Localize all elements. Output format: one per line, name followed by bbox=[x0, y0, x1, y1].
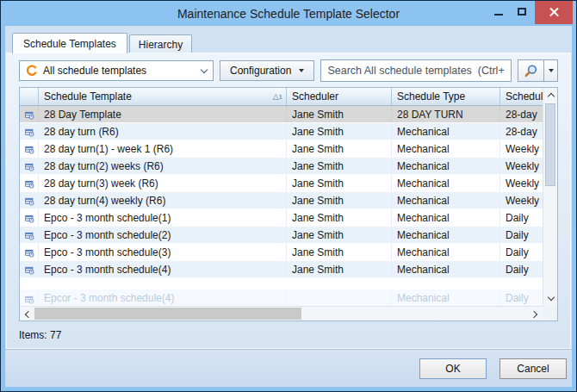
titlebar: Maintenance Schedule Template Selector bbox=[1, 1, 576, 26]
cell-schedule-type: Mechanical bbox=[392, 175, 500, 191]
grid-header: Schedule Template △1 Scheduler Schedule … bbox=[20, 88, 557, 106]
schedule-template-icon bbox=[20, 244, 39, 260]
scroll-up-button[interactable] bbox=[543, 88, 558, 103]
cell-scheduler: Jane Smith bbox=[287, 140, 392, 157]
dropdown-arrow-icon bbox=[549, 69, 554, 72]
cell-schedule-template: 28 day turn(1) - week 1 (R6) bbox=[39, 140, 287, 157]
window-controls bbox=[487, 1, 573, 24]
table-row[interactable]: 28 day turn(3) week (R6) Jane Smith Mech… bbox=[20, 175, 543, 192]
cell-scheduler: Jane Smith bbox=[287, 175, 392, 191]
dialog-body: Schedule Templates Hierarchy All schedul… bbox=[5, 26, 572, 387]
sort-ascending-icon: △1 bbox=[273, 90, 282, 101]
table-row[interactable]: 28 day turn(4) weekly (R6) Jane Smith Me… bbox=[20, 192, 543, 209]
cell-schedule-type: Mechanical bbox=[392, 123, 500, 140]
minimize-button[interactable] bbox=[487, 1, 510, 22]
filter-dropdown-value: All schedule templates bbox=[43, 65, 146, 77]
close-button[interactable] bbox=[535, 1, 573, 24]
cell-schedule-template: Epco - 3 month schedule(4) bbox=[39, 261, 287, 277]
tab-panel: All schedule templates Configuration bbox=[6, 53, 571, 349]
refresh-icon bbox=[26, 65, 38, 77]
cell-schedule-template: 28 day turn(3) week (R6) bbox=[39, 175, 287, 191]
dropdown-arrow-icon bbox=[299, 69, 304, 72]
header-scheduler[interactable]: Scheduler bbox=[287, 88, 392, 105]
configuration-button[interactable]: Configuration bbox=[220, 60, 314, 81]
table-row[interactable]: Epco - 3 month schedule(3) Jane Smith Me… bbox=[20, 244, 543, 261]
horizontal-scrollbar[interactable] bbox=[20, 306, 543, 320]
header-schedule-template[interactable]: Schedule Template △1 bbox=[39, 88, 287, 105]
schedule-template-icon bbox=[20, 158, 39, 174]
vertical-scrollbar[interactable] bbox=[543, 88, 557, 306]
tab-strip: Schedule Templates Hierarchy bbox=[5, 26, 572, 53]
cell-schedule-type: Mechanical bbox=[392, 158, 500, 174]
toolbar: All schedule templates Configuration bbox=[19, 59, 558, 82]
cancel-button[interactable]: Cancel bbox=[499, 358, 567, 379]
schedule-template-icon bbox=[20, 261, 39, 277]
search-input[interactable] bbox=[320, 59, 512, 82]
cell-schedule-type: Mechanical bbox=[392, 140, 500, 157]
vertical-scroll-thumb[interactable] bbox=[545, 103, 555, 186]
schedule-template-icon bbox=[20, 289, 39, 307]
cell-schedule-template: Epco - 3 month schedule(1) bbox=[39, 209, 287, 226]
maximize-button[interactable] bbox=[510, 1, 533, 22]
chevron-down-icon bbox=[547, 294, 554, 301]
horizontal-scroll-thumb[interactable] bbox=[34, 308, 301, 320]
table-row[interactable]: 28 Day Template Jane Smith 28 DAY TURN 2… bbox=[20, 106, 543, 123]
scroll-right-button[interactable] bbox=[528, 307, 543, 321]
cell-scheduler: Jane Smith bbox=[287, 158, 392, 174]
cell-schedule: 28-day bbox=[500, 106, 543, 122]
table-row[interactable]: Epco - 3 month schedule(1) Jane Smith Me… bbox=[20, 209, 543, 227]
cell-schedule: Weekly bbox=[500, 175, 543, 191]
cell-schedule-type: Mechanical bbox=[392, 209, 500, 226]
cell-schedule-template: 28 Day Template bbox=[39, 106, 287, 122]
cell-schedule: Weekly bbox=[500, 158, 543, 174]
search-button-group bbox=[518, 59, 558, 82]
dialog-window: Maintenance Schedule Template Selector S… bbox=[0, 0, 577, 392]
filter-dropdown[interactable]: All schedule templates bbox=[19, 60, 214, 81]
chevron-up-icon bbox=[547, 93, 554, 100]
schedule-template-icon bbox=[20, 140, 39, 157]
cell-schedule-template: Epco - 3 month schedule(2) bbox=[39, 227, 287, 243]
grid-rows: 28 Day Template Jane Smith 28 DAY TURN 2… bbox=[20, 106, 543, 278]
cell-scheduler: Jane Smith bbox=[287, 261, 392, 277]
scroll-down-button[interactable] bbox=[543, 291, 558, 306]
table-row[interactable]: 28 day turn(2) weeks (R6) Jane Smith Mec… bbox=[20, 158, 543, 175]
scrollbar-corner bbox=[543, 306, 557, 320]
cell-schedule-template: Epco - 3 month schedule(3) bbox=[39, 244, 287, 260]
table-row[interactable]: Epco - 3 month schedule(4) Jane Smith Me… bbox=[20, 261, 543, 278]
table-row[interactable]: 28 day turn (R6) Jane Smith Mechanical 2… bbox=[20, 123, 543, 140]
table-row[interactable]: Epco - 3 month schedule(2) Jane Smith Me… bbox=[20, 227, 543, 244]
cell-schedule: Daily bbox=[500, 227, 543, 243]
schedule-template-icon bbox=[20, 106, 39, 122]
cell-scheduler: Jane Smith bbox=[287, 192, 392, 208]
minimize-icon bbox=[494, 14, 503, 16]
cell-scheduler: Jane Smith bbox=[287, 227, 392, 243]
cell-schedule-type: Mechanical bbox=[392, 261, 500, 277]
schedule-template-icon bbox=[20, 192, 39, 208]
cell-schedule: Weekly bbox=[500, 192, 543, 208]
search-options-button[interactable] bbox=[544, 60, 557, 81]
cell-schedule-type: Mechanical bbox=[392, 227, 500, 243]
cell-scheduler: Jane Smith bbox=[287, 106, 392, 122]
cell-schedule-type: 28 DAY TURN bbox=[392, 106, 500, 122]
ghost-row: Epcor - 3 month schedule(4) Mechanical D… bbox=[20, 289, 543, 307]
items-count: Items: 77 bbox=[19, 329, 61, 341]
tab-hierarchy[interactable]: Hierarchy bbox=[129, 34, 192, 53]
cell-schedule: 28-day bbox=[500, 123, 543, 140]
chevron-left-icon bbox=[25, 310, 32, 317]
search-button[interactable] bbox=[518, 60, 544, 81]
scroll-left-button[interactable] bbox=[20, 307, 34, 321]
ok-button[interactable]: OK bbox=[419, 358, 487, 379]
cell-schedule-template: 28 day turn(4) weekly (R6) bbox=[39, 192, 287, 208]
search-icon bbox=[524, 64, 538, 78]
cell-scheduler: Jane Smith bbox=[287, 123, 392, 140]
schedule-template-icon bbox=[20, 175, 39, 191]
schedule-template-icon bbox=[20, 123, 39, 140]
maximize-icon bbox=[518, 8, 526, 16]
header-schedule-type[interactable]: Schedule Type bbox=[392, 88, 500, 105]
cell-scheduler: Jane Smith bbox=[287, 244, 392, 260]
cell-schedule-type: Mechanical bbox=[392, 192, 500, 208]
header-icon-column[interactable] bbox=[20, 88, 39, 105]
chevron-right-icon bbox=[530, 310, 537, 317]
table-row[interactable]: 28 day turn(1) - week 1 (R6) Jane Smith … bbox=[20, 140, 543, 158]
tab-schedule-templates[interactable]: Schedule Templates bbox=[12, 33, 127, 53]
